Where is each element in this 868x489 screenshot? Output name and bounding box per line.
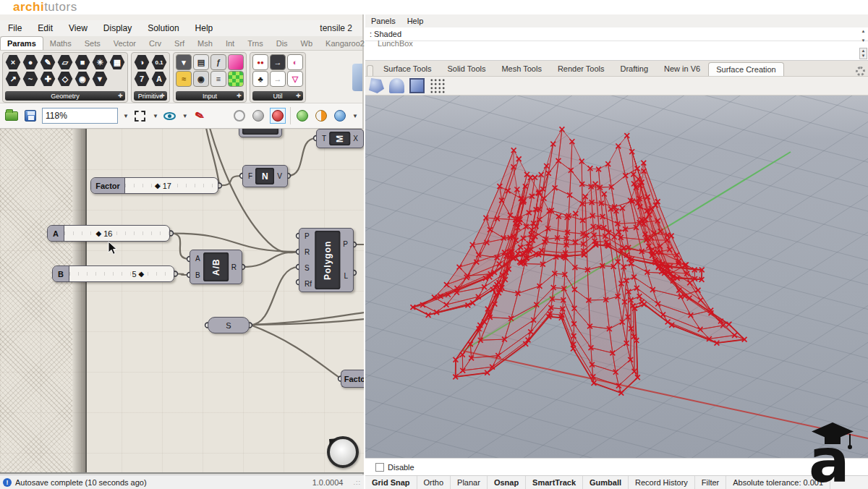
rhino-tab-new-in-v6[interactable]: New in V6 (656, 61, 708, 76)
rhino-tab-surface-creation[interactable]: Surface Creation (708, 62, 784, 76)
rhino-tab-mesh-tools[interactable]: Mesh Tools (493, 61, 549, 76)
status-pane-filter[interactable]: Filter (695, 476, 726, 489)
geometry-mesh-icon[interactable]: ✳ (92, 54, 108, 70)
spinner-control[interactable]: ▲▼ (859, 48, 867, 59)
primitive-boolean-icon[interactable]: ◑ (134, 54, 150, 70)
zoom-dropdown-caret-icon[interactable]: ▼ (123, 113, 129, 119)
rhino-tab-solid-tools[interactable]: Solid Tools (439, 61, 493, 76)
geometry-twist-icon[interactable]: ▼ (92, 71, 108, 87)
util-jump-icon[interactable]: → (270, 71, 286, 87)
geometry-box-icon[interactable]: ■ (75, 54, 90, 70)
tab-msh[interactable]: Msh (191, 37, 219, 50)
input-list-icon[interactable]: ≡ (210, 71, 226, 87)
slider-track[interactable]: 5◆ (69, 266, 174, 281)
slider-a[interactable]: A◆16 (47, 225, 170, 242)
slider-track[interactable]: ◆16 (64, 226, 169, 241)
input-gradient-icon[interactable] (228, 54, 244, 70)
slider-grip-icon[interactable]: ◆ (139, 270, 145, 278)
tab-wb[interactable]: Wb (294, 37, 320, 50)
status-pane-gumball[interactable]: Gumball (583, 476, 629, 489)
component-factor2[interactable]: Factor (341, 370, 364, 388)
util-spheres-icon[interactable]: ◐ (287, 54, 303, 70)
slider-factor[interactable]: Factor◆17 (90, 177, 218, 194)
geometry-pot-icon[interactable]: ◉ (75, 71, 90, 87)
preview-wire-button[interactable] (251, 109, 265, 123)
component-offscreen-stub[interactable] (239, 129, 282, 137)
document-preview-button[interactable] (333, 109, 347, 123)
scroll-down-icon[interactable]: ▼ (861, 38, 866, 43)
geometry-plane-icon[interactable]: ▱ (57, 54, 73, 70)
expand-group-icon[interactable]: ✚ (296, 93, 301, 99)
util-flask-icon[interactable]: ▽ (287, 71, 303, 87)
selected-only-button[interactable] (295, 109, 310, 123)
preview-button[interactable] (163, 109, 177, 123)
status-pane-grid-snap[interactable]: Grid Snap (365, 476, 417, 489)
geometry-curve-icon[interactable]: ✎ (40, 54, 56, 70)
input-knob-icon[interactable]: ◉ (193, 71, 209, 87)
geometry-circle-icon[interactable]: ● (22, 54, 38, 70)
status-pane-record-history[interactable]: Record History (629, 476, 695, 489)
menu-item-help[interactable]: Help (187, 21, 221, 35)
menu-item-view[interactable]: View (61, 21, 95, 35)
tab-crv[interactable]: Crv (142, 37, 168, 50)
menu-item-display[interactable]: Display (95, 21, 140, 35)
tab-params[interactable]: Params (0, 36, 43, 50)
tab-vector[interactable]: Vector (107, 37, 142, 50)
input-slider-icon[interactable]: ▾ (176, 54, 192, 70)
tab-maths[interactable]: Maths (43, 37, 78, 50)
point-grid-icon[interactable] (430, 78, 445, 93)
primitive-text-icon[interactable]: A (151, 71, 167, 87)
preview-shaded-button[interactable] (270, 108, 286, 124)
menu-item-edit[interactable]: Edit (30, 21, 61, 35)
rhino-tab-surface-tools[interactable]: Surface Tools (375, 61, 439, 76)
tab-options-gear-icon[interactable] (856, 67, 865, 76)
grasshopper-canvas[interactable]: TMXFNVFactor◆17A◆16B5◆ABA/BRPRSRfPolygon… (0, 129, 364, 474)
tab-lunchbox[interactable]: LunchBox (371, 37, 420, 50)
slider-handle[interactable]: 5◆ (132, 269, 144, 278)
rhino-tab-drafting[interactable]: Drafting (613, 61, 657, 76)
tab-int[interactable]: Int (219, 37, 241, 50)
geometry-vector-icon[interactable]: ↗ (5, 71, 21, 87)
zoom-extents-caret-icon[interactable]: ▼ (153, 113, 158, 119)
primitive-integer-icon[interactable]: 7 (134, 71, 150, 87)
slider-grip-icon[interactable]: ◆ (96, 229, 102, 237)
menu-item-solution[interactable]: Solution (140, 21, 187, 35)
status-pane-ortho[interactable]: Ortho (417, 476, 451, 489)
open-file-button[interactable] (4, 109, 19, 123)
slider-track[interactable]: ◆17 (125, 178, 218, 193)
geometry-brep-icon[interactable]: ▦ (109, 54, 125, 70)
util-cherry-icon[interactable]: ●● (252, 54, 268, 70)
component-ab[interactable]: ABA/BR (190, 250, 242, 284)
tab-sets[interactable]: Sets (78, 37, 107, 50)
command-input-line[interactable] (365, 41, 868, 61)
rhino-menu-panels[interactable]: Panels (365, 15, 401, 27)
scroll-up-icon[interactable]: ▲ (861, 29, 866, 33)
component-n[interactable]: FNV (242, 165, 288, 187)
partial-tab[interactable] (367, 65, 373, 76)
custom-preview-button[interactable] (314, 109, 328, 123)
preview-off-button[interactable] (232, 109, 247, 123)
statusbar-grip[interactable]: .:: (353, 479, 361, 486)
geometry-arc-icon[interactable]: ~ (22, 71, 38, 87)
component-m[interactable]: TMX (316, 129, 364, 148)
rhino-menu-help[interactable]: Help (401, 15, 430, 27)
tab-dis[interactable]: Dis (270, 37, 294, 50)
geometry-tools-icon[interactable]: ✚ (40, 71, 56, 87)
command-scrollbar[interactable]: ▲ ▼ ▲▼ (859, 27, 868, 61)
expand-group-icon[interactable]: ✚ (160, 93, 165, 99)
slider-handle[interactable]: ◆17 (155, 181, 171, 190)
zoom-level-input[interactable] (42, 108, 118, 124)
component-polygon[interactable]: PRSRfPolygonPL (299, 228, 354, 292)
expand-group-icon[interactable]: ✚ (118, 93, 123, 99)
component-s[interactable]: S (208, 317, 250, 333)
util-tree-icon[interactable]: ♣ (252, 71, 268, 87)
tab-trns[interactable]: Trns (241, 37, 270, 50)
menu-item-file[interactable]: File (0, 21, 30, 35)
slider-b[interactable]: B5◆ (52, 265, 174, 282)
input-graph-icon[interactable]: ≈ (176, 71, 192, 87)
rhino-tab-render-tools[interactable]: Render Tools (550, 61, 613, 76)
save-file-button[interactable] (23, 109, 38, 123)
tab-kangaroo2[interactable]: Kangaroo2 (319, 37, 371, 50)
status-pane-smarttrack[interactable]: SmartTrack (526, 476, 583, 489)
surface-from-points-icon[interactable] (389, 78, 404, 93)
